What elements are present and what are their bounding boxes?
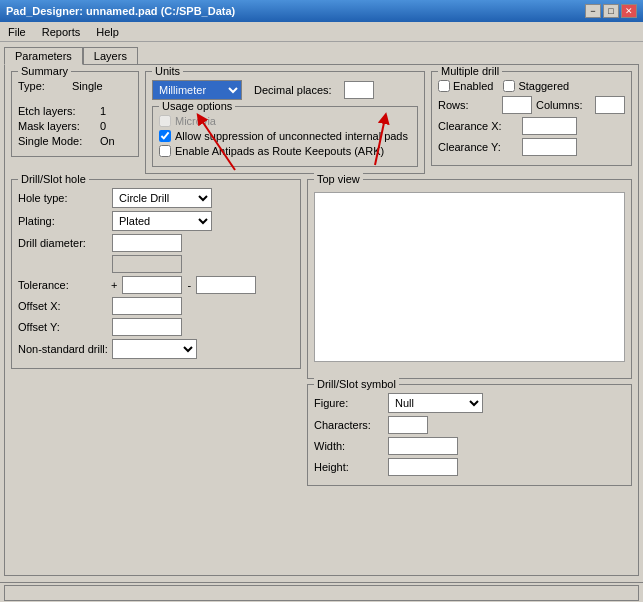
non-standard-select[interactable] — [112, 339, 197, 359]
decimal-label: Decimal places: — [254, 84, 332, 96]
type-value: Single — [72, 80, 103, 92]
minimize-button[interactable]: − — [585, 4, 601, 18]
title-text: Pad_Designer: unnamed.pad (C:/SPB_Data) — [6, 5, 235, 17]
width-input[interactable]: 0.0000 — [388, 437, 458, 455]
width-label: Width: — [314, 440, 384, 452]
menu-reports[interactable]: Reports — [38, 25, 85, 39]
summary-label: Summary — [18, 65, 71, 77]
columns-input[interactable]: 1 — [595, 96, 625, 114]
status-bar — [0, 582, 643, 602]
main-content: Parameters Layers Summary Type: Single E… — [0, 42, 643, 582]
suppress-label: Allow suppression of unconnected interna… — [175, 130, 408, 142]
figure-select[interactable]: NullCircleSquareTriangle — [388, 393, 483, 413]
mask-value: 0 — [100, 120, 106, 132]
etch-value: 1 — [100, 105, 106, 117]
menu-file[interactable]: File — [4, 25, 30, 39]
tab-layers[interactable]: Layers — [83, 47, 138, 65]
title-buttons: − □ ✕ — [585, 4, 637, 18]
microvia-label: Microvia — [175, 115, 216, 127]
mode-label: Single Mode: — [18, 135, 96, 147]
offset-x-label: Offset X: — [18, 300, 108, 312]
tab-bar: Parameters Layers — [4, 46, 639, 64]
non-standard-label: Non-standard drill: — [18, 343, 108, 355]
antipads-checkbox[interactable] — [159, 145, 171, 157]
decimal-input[interactable]: 4 — [344, 81, 374, 99]
mode-value: On — [100, 135, 115, 147]
menu-help[interactable]: Help — [92, 25, 123, 39]
summary-group: Summary Type: Single Etch layers: 1 Mask… — [11, 71, 139, 157]
characters-input[interactable] — [388, 416, 428, 434]
status-panel — [4, 585, 639, 601]
tolerance-input1[interactable]: 0.0000 — [122, 276, 182, 294]
units-label: Units — [152, 65, 183, 77]
drill-diameter2-input[interactable]: 0.0000 — [112, 255, 182, 273]
columns-label: Columns: — [536, 99, 591, 111]
title-bar: Pad_Designer: unnamed.pad (C:/SPB_Data) … — [0, 0, 643, 22]
mask-label: Mask layers: — [18, 120, 96, 132]
antipads-label: Enable Antipads as Route Keepouts (ARK) — [175, 145, 384, 157]
hole-type-label: Hole type: — [18, 192, 108, 204]
drill-symbol-group: Drill/Slot symbol Figure: NullCircleSqua… — [307, 384, 632, 486]
multiple-drill-label: Multiple drill — [438, 65, 502, 77]
height-input[interactable]: 0.0000 — [388, 458, 458, 476]
tab-parameters[interactable]: Parameters — [4, 47, 83, 65]
offset-x-input[interactable]: 0.0000 — [112, 297, 182, 315]
units-select[interactable]: MillimeterInchMils — [152, 80, 242, 100]
drill-diameter-label: Drill diameter: — [18, 237, 108, 249]
etch-label: Etch layers: — [18, 105, 96, 117]
panel: Summary Type: Single Etch layers: 1 Mask… — [4, 64, 639, 576]
offset-y-input[interactable]: 0.0000 — [112, 318, 182, 336]
clearance-y-input[interactable]: 0.0000 — [522, 138, 577, 156]
plating-select[interactable]: PlatedNon-Plated — [112, 211, 212, 231]
staggered-label: Staggered — [518, 80, 569, 92]
rows-input[interactable]: 1 — [502, 96, 532, 114]
height-label: Height: — [314, 461, 384, 473]
figure-label: Figure: — [314, 397, 384, 409]
drill-slot-label: Drill/Slot hole — [18, 173, 89, 185]
hole-type-select[interactable]: Circle DrillSquare DrillRectangle SlotOv… — [112, 188, 212, 208]
clearance-y-label: Clearance Y: — [438, 141, 518, 153]
tolerance-plus: + — [111, 279, 117, 291]
units-group: Units MillimeterInchMils Decimal places:… — [145, 71, 425, 174]
maximize-button[interactable]: □ — [603, 4, 619, 18]
top-view-canvas — [314, 192, 625, 362]
drill-slot-group: Drill/Slot hole Hole type: Circle DrillS… — [11, 179, 301, 369]
offset-y-label: Offset Y: — [18, 321, 108, 333]
microvia-checkbox[interactable] — [159, 115, 171, 127]
type-label: Type: — [18, 80, 68, 92]
tolerance-minus: - — [187, 279, 191, 291]
drill-symbol-label: Drill/Slot symbol — [314, 378, 399, 390]
top-view-group: Top view — [307, 179, 632, 379]
multiple-drill-group: Multiple drill Enabled Staggered Rows: 1… — [431, 71, 632, 166]
top-view-label: Top view — [314, 173, 363, 185]
menu-bar: File Reports Help — [0, 22, 643, 42]
drill-diameter-input[interactable]: 0.0000 — [112, 234, 182, 252]
suppress-checkbox[interactable] — [159, 130, 171, 142]
usage-label: Usage options — [159, 100, 235, 112]
tolerance-input2[interactable]: 0.0000 — [196, 276, 256, 294]
clearance-x-label: Clearance X: — [438, 120, 518, 132]
plating-label: Plating: — [18, 215, 108, 227]
usage-subgroup: Usage options Microvia Allow suppression… — [152, 106, 418, 167]
enabled-label: Enabled — [453, 80, 493, 92]
staggered-checkbox[interactable] — [503, 80, 515, 92]
characters-label: Characters: — [314, 419, 384, 431]
clearance-x-input[interactable]: 0.0000 — [522, 117, 577, 135]
tolerance-label: Tolerance: — [18, 279, 108, 291]
rows-label: Rows: — [438, 99, 498, 111]
close-button[interactable]: ✕ — [621, 4, 637, 18]
enabled-checkbox[interactable] — [438, 80, 450, 92]
